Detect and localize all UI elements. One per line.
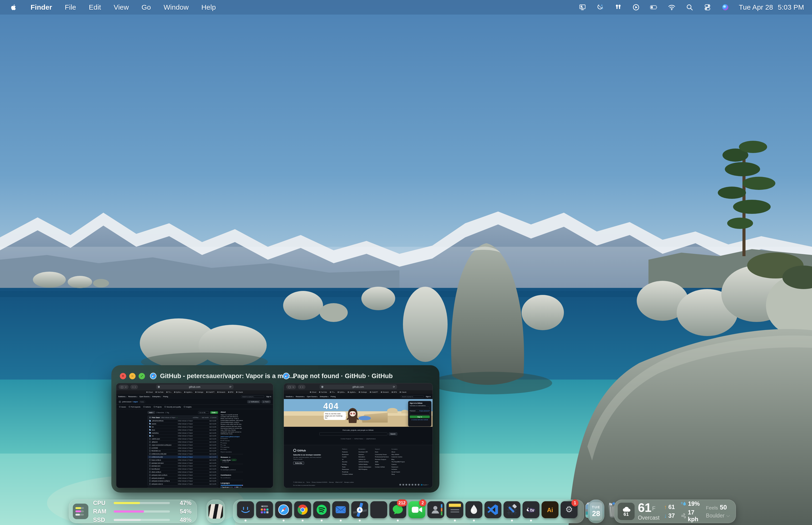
- stats-row-ssd: SSD48%: [93, 516, 191, 523]
- dock-icon-photos[interactable]: [370, 501, 387, 522]
- file-row: package.jsoninitial release of Vaporlast…: [148, 464, 218, 467]
- bookmark-bpm: BPM: [392, 391, 397, 393]
- menu-item-edit[interactable]: Edit: [89, 3, 101, 11]
- bookmark-icloud: iCloud: [147, 391, 153, 393]
- battery-icon[interactable]: [650, 3, 658, 12]
- youtube-icon: [405, 484, 407, 485]
- window-thumbnail-404[interactable]: ▢ ‹ › github.com⟳ iCloudYouTubeTVEpiSciA…: [284, 383, 433, 488]
- stats-widget-icon: [73, 504, 88, 519]
- dock-icon-spotify[interactable]: [313, 501, 330, 522]
- file-row: assetsinitial release of Vaporlast month: [148, 422, 218, 425]
- running-indicator: [530, 520, 532, 522]
- traffic-lights: × –: [120, 373, 145, 379]
- dock-icon-mail[interactable]: [332, 501, 349, 522]
- dock-icon-vscode[interactable]: [485, 501, 501, 522]
- dock-icon-chrome[interactable]: [294, 501, 311, 522]
- file-row: docsinitial release of Vaporlast month: [148, 428, 218, 431]
- sign-in-panel: Sign in to GitHub Username or email addr…: [408, 401, 431, 426]
- low-arrow-icon: ↓: [664, 512, 667, 519]
- dock-stats-widget[interactable]: CPU47%RAM54%SSD48%: [69, 500, 197, 523]
- running-indicator: [473, 520, 475, 522]
- reload-icon: ⟳: [393, 386, 395, 388]
- dock-icon-safari[interactable]: [275, 501, 292, 522]
- weather-unit: F: [652, 503, 656, 514]
- now-playing-icon[interactable]: [632, 3, 640, 12]
- stats-row-ram: RAM54%: [93, 508, 191, 515]
- dock-icon-xcode[interactable]: [504, 501, 520, 522]
- weather-location: Boulder: [706, 512, 732, 519]
- repo-header: petercsauer / vapor Public Notifications…: [116, 399, 273, 405]
- dock-icon-notes[interactable]: [446, 501, 463, 522]
- weather-icon-tile: 61: [618, 503, 634, 520]
- sync-icon[interactable]: [596, 3, 604, 12]
- bookmarks-bar: iCloudYouTubeTVEpiSciAppliedOnshapeChatG…: [284, 390, 432, 394]
- username-field: [410, 407, 430, 409]
- dock-calendar-widget[interactable]: TUE 28: [588, 500, 604, 523]
- bookmark-onshape: Onshape: [195, 391, 203, 393]
- window-title-row-1[interactable]: × – GitHub - petercsauer/vapor: Vapor is…: [120, 371, 295, 381]
- dock-icon-launchpad[interactable]: [256, 501, 273, 522]
- github-header: SolutionsResourcesOpen SourceEnterpriseP…: [116, 394, 273, 399]
- weather-temp: 61: [638, 502, 652, 513]
- file-row: webpack.renderer.config.tsinitial releas…: [148, 479, 218, 482]
- minimize-icon[interactable]: –: [129, 373, 136, 379]
- bookmarks-bar: iCloudYouTubeTVEpiSciAppliedOnshapeChatG…: [116, 390, 273, 394]
- dock-icon-settings[interactable]: ⚙1: [561, 501, 578, 522]
- dock-icon-finder[interactable]: [237, 501, 254, 522]
- repo-sidebar: About Vapor is a macOS terminal emulator…: [220, 409, 243, 488]
- menu-item-help[interactable]: Help: [201, 3, 216, 11]
- close-icon[interactable]: ×: [120, 373, 126, 379]
- gh-nav-resources: Resources: [128, 396, 137, 397]
- github-search: Search or jump to...: [241, 395, 264, 398]
- dock-icon-contacts[interactable]: [427, 501, 444, 522]
- dock-icon-maps[interactable]: [351, 501, 368, 522]
- window-title-row-2[interactable]: Page not found · GitHub · GitHub: [282, 371, 393, 381]
- menu-clock[interactable]: Tue Apr 28 5:03 PM: [739, 3, 804, 11]
- nav-back-forward-icons: ‹ ›: [131, 385, 138, 389]
- bookmark-youtube: YouTube: [319, 391, 327, 393]
- dock-icon-appletv[interactable]: tv: [523, 501, 539, 522]
- file-row: tsconfig.jsoninitial release of Vaporlas…: [148, 467, 218, 470]
- dock-icon-illustrator[interactable]: Ai: [541, 501, 558, 522]
- menu-item-view[interactable]: View: [114, 3, 129, 11]
- zoom-icon[interactable]: [139, 373, 145, 379]
- apple-menu-icon[interactable]: [10, 3, 18, 12]
- footer-column-ecosystem: EcosystemDeveloper APIPartnersEducationG…: [358, 448, 372, 476]
- spotlight-icon[interactable]: [685, 3, 694, 12]
- footer-column-company: CompanyAboutWhy GitHubCustomer storiesBl…: [392, 448, 404, 476]
- wifi-icon[interactable]: [668, 3, 676, 12]
- svg-text:tv: tv: [530, 508, 534, 512]
- menu-item-window[interactable]: Window: [164, 3, 189, 11]
- desert-dome: [401, 410, 408, 414]
- octocat-jawa: [346, 407, 360, 424]
- dock-icon-messages[interactable]: 212: [389, 501, 406, 522]
- menu-app-name[interactable]: Finder: [31, 3, 52, 11]
- github-sign-in: Sign in: [266, 396, 271, 397]
- password-field: [410, 412, 430, 414]
- weather-humidity: 19%: [688, 500, 700, 507]
- screen-mirroring-icon[interactable]: [578, 3, 587, 12]
- control-center-icon[interactable]: [703, 3, 712, 12]
- airpods-icon[interactable]: [614, 3, 623, 12]
- menu-item-go[interactable]: Go: [141, 3, 151, 11]
- siri-icon[interactable]: [721, 3, 730, 12]
- gh-nav-open-source: Open Source: [307, 396, 318, 397]
- bookmark-applied: Applied: [184, 391, 193, 393]
- bookmark-bpm: BPM: [228, 391, 233, 393]
- dock-profile-app[interactable]: [206, 500, 225, 523]
- file-row: entitlements.plistinitial release of Vap…: [148, 455, 218, 459]
- subscribe-button: Subscribe: [293, 462, 304, 465]
- dock-icon-facetime[interactable]: 2: [408, 501, 425, 522]
- window-thumbnail-repo[interactable]: ▢ ‹ › github.com⟳ iCloudYouTubeTVEpiSciA…: [116, 383, 273, 488]
- go-to-file-field: Go to file: [198, 411, 209, 414]
- dock-weather-widget[interactable]: 61 61F Overcast ↑61 ↓37 19% 17 kph Feels…: [614, 500, 736, 523]
- menu-item-file[interactable]: File: [65, 3, 76, 11]
- visibility-badge: Public: [139, 401, 145, 403]
- 404-hero: 404 This is not the web page you are loo…: [284, 399, 432, 427]
- file-row: webpack.plugins.tsinitial release of Vap…: [148, 476, 218, 479]
- file-row: forge.config.tsinitial release of Vaporl…: [148, 458, 218, 461]
- safari-toolbar: ▢ ‹ › github.com⟳: [116, 383, 273, 390]
- sidebar-toggle-icon: ▢: [286, 385, 296, 389]
- dock-icon-droplet[interactable]: [465, 501, 482, 522]
- notification-badge: 1: [571, 499, 579, 507]
